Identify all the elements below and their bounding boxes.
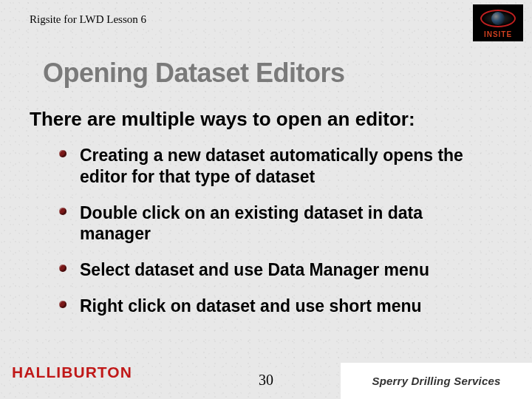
- list-item: Right click on dataset and use short men…: [59, 296, 488, 317]
- intro-text: There are multiple ways to open an edito…: [30, 108, 502, 131]
- sperry-logo-text: Sperry Drilling Services: [372, 375, 500, 387]
- slide-title: Opening Dataset Editors: [43, 58, 345, 89]
- list-item: Select dataset and use Data Manager menu: [59, 259, 488, 281]
- insite-logo: INSITE: [473, 4, 523, 41]
- insite-logo-text: INSITE: [484, 30, 512, 38]
- page-number: 30: [259, 372, 273, 389]
- list-item: Creating a new dataset automatically ope…: [59, 145, 488, 188]
- eye-icon: [479, 8, 517, 29]
- sperry-logo-box: Sperry Drilling Services: [340, 362, 532, 399]
- lesson-label: Rigsite for LWD Lesson 6: [30, 13, 146, 26]
- bullet-list: Creating a new dataset automatically ope…: [59, 145, 488, 332]
- list-item: Double click on an existing dataset in d…: [59, 202, 488, 245]
- halliburton-logo: HALLIBURTON: [12, 364, 132, 381]
